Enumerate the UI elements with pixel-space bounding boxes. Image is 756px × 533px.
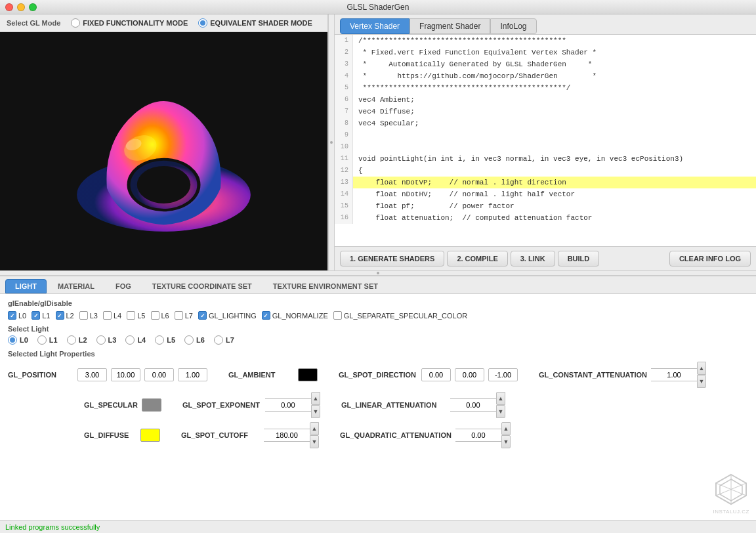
light-radio-l5[interactable]: L5: [155, 335, 175, 345]
line-number: 1: [335, 35, 353, 47]
light-radio-l1[interactable]: L1: [37, 335, 58, 345]
checkbox-box-l1[interactable]: ✓: [32, 311, 40, 320]
light-radio-l3[interactable]: L3: [96, 335, 117, 345]
line-number: 14: [335, 188, 353, 200]
light-radio-l6[interactable]: L6: [184, 335, 205, 345]
link-button[interactable]: 3. LINK: [511, 251, 555, 266]
gl-spot-dir-z[interactable]: [488, 368, 518, 381]
checkbox-gl_separate_specular[interactable]: GL_SEPARATE_SPECULAR_COLOR: [333, 311, 468, 320]
checkbox-l6[interactable]: L6: [151, 311, 169, 320]
gl-spot-dir-y[interactable]: [455, 368, 484, 381]
gl-spot-exp-up[interactable]: ▲: [311, 392, 320, 405]
checkbox-box-gl_normalize[interactable]: ✓: [262, 311, 270, 320]
gl-spot-dir-x[interactable]: [421, 368, 451, 381]
gl-quadratic-attn-down[interactable]: ▼: [501, 435, 511, 448]
gl-quadratic-attn-up[interactable]: ▲: [501, 422, 511, 435]
gl-specular-color[interactable]: [142, 398, 161, 412]
checkbox-label-l0: L0: [18, 312, 26, 320]
fixed-mode-option[interactable]: FIXED FUNCTIONALITY MODE: [71, 18, 188, 28]
checkbox-box-gl_lighting[interactable]: ✓: [198, 311, 207, 320]
checkbox-l0[interactable]: ✓L0: [8, 311, 26, 320]
tab-light[interactable]: LIGHT: [5, 279, 47, 293]
gl-quadratic-attn-input[interactable]: [455, 429, 501, 442]
checkbox-box-l6[interactable]: [151, 311, 159, 320]
light-radio-circle-l5[interactable]: [155, 335, 164, 345]
gl-ambient-color[interactable]: [298, 368, 318, 381]
gl-spot-cutoff-up[interactable]: ▲: [310, 422, 319, 435]
checkbox-gl_lighting[interactable]: ✓GL_LIGHTING: [198, 311, 257, 320]
gl-spot-exp-input[interactable]: [265, 398, 311, 412]
tab-texture-coord[interactable]: TEXTURE COORDINATE SET: [142, 279, 262, 293]
checkbox-l3[interactable]: L3: [79, 311, 98, 320]
gl-constant-attn-down[interactable]: ▼: [697, 375, 706, 388]
light-radio-circle-l0[interactable]: [8, 335, 17, 345]
gl-position-w[interactable]: [178, 368, 207, 381]
checkbox-box-l3[interactable]: [79, 311, 88, 320]
checkbox-box-l2[interactable]: ✓: [56, 311, 64, 320]
checkbox-gl_normalize[interactable]: ✓GL_NORMALIZE: [262, 311, 328, 320]
light-radio-circle-l7[interactable]: [214, 335, 223, 345]
gl-position-z[interactable]: [144, 368, 174, 381]
panel-divider-horizontal[interactable]: [0, 270, 756, 276]
light-radio-circle-l3[interactable]: [96, 335, 106, 345]
gl-linear-attn-up[interactable]: ▲: [496, 392, 505, 405]
line-number: 16: [335, 212, 353, 224]
window-title: GLSL ShaderGen: [347, 3, 410, 12]
checkbox-label-l1: L1: [42, 312, 50, 320]
light-radio-circle-l6[interactable]: [184, 335, 194, 345]
checkbox-l5[interactable]: L5: [127, 311, 145, 320]
light-radio-l2[interactable]: L2: [67, 335, 87, 345]
tab-fragment-shader[interactable]: Fragment Shader: [410, 18, 490, 34]
title-bar: GLSL ShaderGen: [0, 0, 756, 14]
light-radio-l7[interactable]: L7: [214, 335, 234, 345]
top-row: Select GL Mode FIXED FUNCTIONALITY MODE …: [0, 14, 756, 270]
checkbox-box-l0[interactable]: ✓: [8, 311, 16, 320]
gl-spot-cutoff-input[interactable]: [264, 429, 310, 442]
checkbox-label-gl_lighting: GL_LIGHTING: [209, 312, 257, 320]
light-radio-circle-l1[interactable]: [37, 335, 47, 345]
light-radio-l4[interactable]: L4: [125, 335, 146, 345]
checkbox-box-l7[interactable]: [175, 311, 183, 320]
generate-shaders-button[interactable]: 1. GENERATE SHADERS: [340, 251, 444, 266]
checkbox-l2[interactable]: ✓L2: [56, 311, 74, 320]
checkbox-l4[interactable]: L4: [103, 311, 121, 320]
light-radio-l0[interactable]: L0: [8, 335, 28, 345]
gl-spot-exp-down[interactable]: ▼: [311, 405, 320, 418]
status-bar: Linked programs successfully INSTALUJ.CZ: [0, 520, 756, 533]
checkbox-label-gl_normalize: GL_NORMALIZE: [272, 312, 328, 320]
checkbox-box-l5[interactable]: [127, 311, 135, 320]
tab-fog[interactable]: FOG: [106, 279, 141, 293]
tab-vertex-shader[interactable]: Vertex Shader: [340, 18, 410, 34]
maximize-button[interactable]: [29, 3, 37, 11]
gl-linear-attn-down[interactable]: ▼: [496, 405, 505, 418]
line-content: float attenuation; // computed attenuati…: [353, 212, 592, 224]
checkbox-l7[interactable]: L7: [175, 311, 193, 320]
gl-position-x[interactable]: [77, 368, 107, 381]
checkbox-l1[interactable]: ✓L1: [32, 311, 50, 320]
clear-info-log-button[interactable]: CLEAR INFO LOG: [669, 251, 751, 266]
equivalent-mode-option[interactable]: EQUIVALENT SHADER MODE: [198, 18, 312, 28]
checkbox-box-gl_separate_specular[interactable]: [333, 311, 342, 320]
code-editor[interactable]: 1/**************************************…: [335, 35, 756, 246]
build-button[interactable]: BUILD: [558, 251, 600, 266]
gl-constant-attn-input[interactable]: [651, 368, 697, 381]
gl-spot-cutoff-down[interactable]: ▼: [310, 435, 319, 448]
gl-diffuse-color[interactable]: [140, 429, 160, 442]
window-controls[interactable]: [5, 3, 37, 11]
equivalent-mode-radio[interactable]: [198, 18, 207, 28]
panel-divider-vertical[interactable]: [328, 14, 335, 270]
checkbox-box-l4[interactable]: [103, 311, 112, 320]
light-radio-circle-l4[interactable]: [125, 335, 135, 345]
gl-linear-attn-input[interactable]: [450, 398, 496, 412]
gl-position-y[interactable]: [111, 368, 140, 381]
close-button[interactable]: [5, 3, 13, 11]
light-radio-circle-l2[interactable]: [67, 335, 76, 345]
gl-constant-attn-up[interactable]: ▲: [697, 362, 706, 375]
compile-button[interactable]: 2. COMPILE: [447, 251, 507, 266]
tab-texture-env[interactable]: TEXTURE ENVIRONMENT SET: [263, 279, 388, 293]
tab-infolog[interactable]: InfoLog: [490, 18, 536, 34]
minimize-button[interactable]: [17, 3, 25, 11]
tab-material[interactable]: MATERIAL: [48, 279, 104, 293]
3d-canvas: [0, 32, 327, 270]
fixed-mode-radio[interactable]: [71, 18, 80, 28]
